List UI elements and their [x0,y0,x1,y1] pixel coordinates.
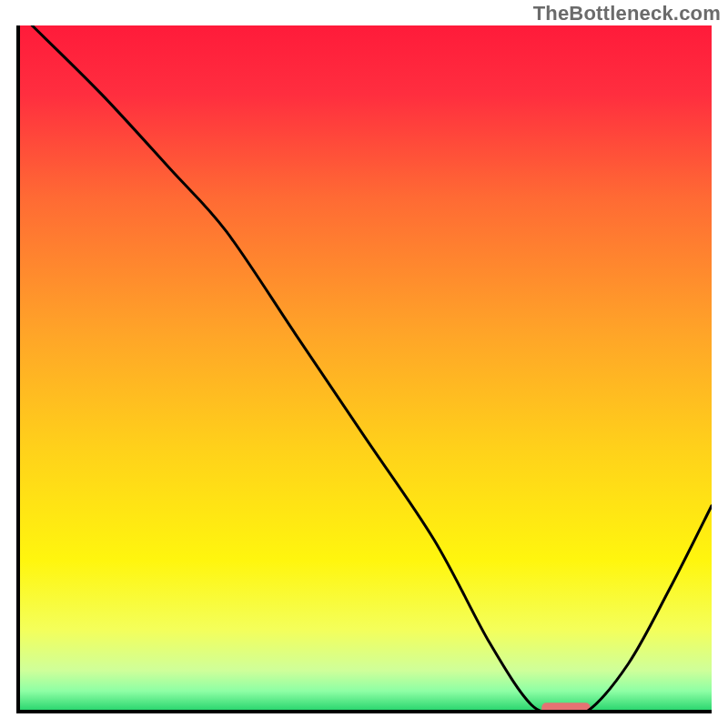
watermark-text: TheBottleneck.com [533,2,721,25]
gradient-background [18,25,712,712]
bottleneck-chart [0,0,728,728]
chart-container: { "watermark": "TheBottleneck.com", "cha… [0,0,728,728]
